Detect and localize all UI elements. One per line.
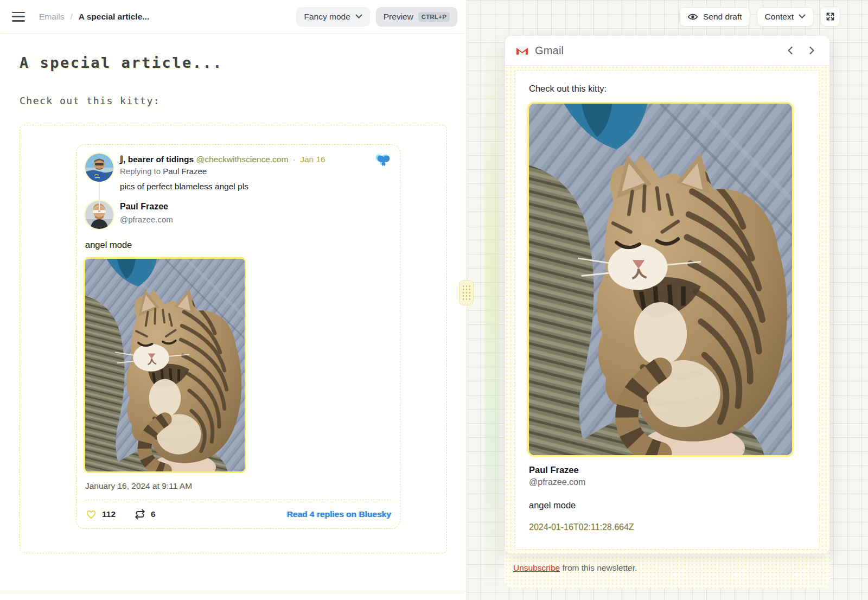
expand-arrows-icon [825, 11, 835, 22]
parent-post-date: Jan 16 [300, 155, 326, 164]
context-label: Context [765, 12, 794, 22]
gmail-header: Gmail [505, 36, 829, 66]
bluesky-butterfly-icon [376, 154, 391, 193]
email-preview-surface: Gmail Check out this kitty: Paul [505, 35, 830, 588]
main-author-handle: @pfrazee.com [120, 214, 391, 226]
post-divider [85, 500, 391, 500]
preview-shortcut-badge: CTRL+P [418, 12, 450, 22]
editor-body[interactable]: A special article... Check out this kitt… [0, 54, 467, 553]
main-post-timestamp: January 16, 2024 at 9:11 AM [85, 481, 391, 491]
main-post-text: angel mode [85, 240, 391, 250]
email-author-name: Paul Frazee [529, 465, 806, 475]
preview-toolbar: Send draft Context [679, 7, 840, 27]
gmail-m-icon [515, 45, 529, 56]
replying-to-prefix: Replying to [120, 167, 161, 176]
next-email-button[interactable] [803, 42, 820, 59]
breadcrumb-emails[interactable]: Emails [39, 12, 65, 22]
chevron-right-icon [809, 46, 815, 55]
cat-photo [529, 104, 792, 455]
email-footer: Unsubscribe from this newsletter. [505, 554, 830, 573]
email-intro-text: Check out this kitty: [529, 84, 806, 94]
editor-topbar: Emails / A special article... Fancy mode… [0, 0, 467, 34]
parent-author-name: 𝕁, bearer of tidings [120, 155, 194, 164]
menu-icon[interactable] [12, 12, 25, 22]
post-stats-row: 112 6 Read 4 replies on Bluesky [85, 509, 391, 520]
gmail-content-area: Check out this kitty: Paul Frazee @pfraz… [505, 66, 829, 554]
article-heading[interactable]: A special article... [20, 54, 447, 71]
send-draft-button[interactable]: Send draft [679, 7, 750, 27]
main-post-author-row: Paul Frazee @pfrazee.com [85, 201, 391, 229]
preview-button[interactable]: Preview CTRL+P [376, 7, 457, 27]
breadcrumb-separator: / [71, 12, 73, 22]
email-author-handle: @pfrazee.com [529, 477, 806, 487]
send-draft-label: Send draft [703, 12, 742, 22]
likes-stat: 112 [85, 509, 116, 520]
email-timestamp: 2024-01-16T02:11:28.664Z [529, 522, 806, 532]
separator-dot: · [293, 155, 296, 164]
gmail-preview-card: Gmail Check out this kitty: Paul [505, 35, 830, 554]
thread-line [99, 183, 100, 210]
chevron-left-icon [787, 46, 793, 55]
email-post-text: angel mode [529, 500, 806, 510]
breadcrumb-title: A special article... [79, 12, 149, 22]
previous-email-button[interactable] [782, 42, 798, 59]
parent-post: 𝕁, bearer of tidings @checkwithscience.c… [85, 154, 391, 193]
pane-resize-grip[interactable] [459, 280, 474, 305]
parent-author-handle: @checkwithscience.com [196, 155, 288, 164]
bluesky-post-card: 𝕁, bearer of tidings @checkwithscience.c… [76, 144, 400, 529]
reposts-count: 6 [151, 509, 156, 519]
heart-outline-icon [85, 509, 97, 520]
likes-count: 112 [102, 509, 116, 519]
editor-pane: Emails / A special article... Fancy mode… [0, 0, 467, 600]
chevron-down-icon [799, 14, 806, 19]
unsubscribe-link[interactable]: Unsubscribe [513, 563, 560, 572]
app-window: Emails / A special article... Fancy mode… [0, 0, 868, 600]
parent-post-text: pics of perfect blameless angel pls [120, 180, 369, 193]
gmail-wordmark: Gmail [535, 44, 564, 57]
article-intro[interactable]: Check out this kitty: [20, 95, 447, 106]
avatar [85, 154, 113, 182]
cat-photo [85, 259, 245, 471]
unsubscribe-rest: from this newsletter. [560, 563, 637, 572]
chevron-down-icon [355, 14, 362, 19]
replying-to-name: Paul Frazee [163, 167, 207, 176]
expand-button[interactable] [820, 7, 840, 27]
main-author-name: Paul Frazee [120, 201, 391, 213]
fancy-mode-label: Fancy mode [304, 12, 350, 22]
email-body: Check out this kitty: Paul Frazee @pfraz… [515, 70, 820, 550]
fancy-mode-button[interactable]: Fancy mode [296, 7, 369, 27]
context-button[interactable]: Context [757, 7, 814, 27]
embed-block[interactable]: 𝕁, bearer of tidings @checkwithscience.c… [20, 125, 447, 553]
reposts-stat: 6 [134, 509, 156, 520]
repost-arrows-icon [134, 509, 146, 520]
preview-label: Preview [384, 12, 413, 22]
read-replies-link[interactable]: Read 4 replies on Bluesky [287, 509, 391, 519]
eye-icon [687, 12, 698, 21]
